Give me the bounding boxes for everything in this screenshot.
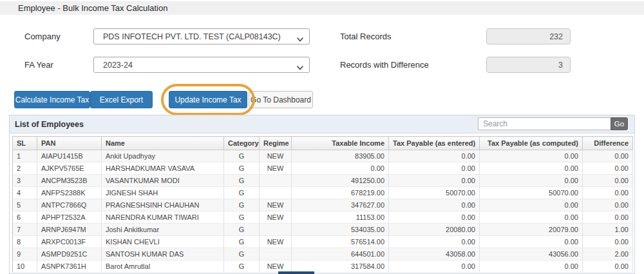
table-row: 3ANCPM3523BVASANTKUMAR MODIG491250.000.0… bbox=[13, 175, 633, 187]
table-cell: APHPT2532A bbox=[37, 211, 102, 224]
table-cell: 9 bbox=[13, 248, 37, 260]
list-of-employees-panel: List of Employees Go SLPANNameCategoryRe… bbox=[9, 115, 635, 274]
table-cell: Joshi Ankitkumar bbox=[102, 224, 224, 236]
table-cell: 0.00 bbox=[480, 199, 583, 211]
table-row: 6APHPT2532ANARENDRA KUMAR TIWARIGNEW1115… bbox=[13, 211, 633, 224]
table-cell: 0.00 bbox=[389, 211, 480, 224]
table-cell: 0.00 bbox=[583, 187, 633, 199]
go-to-dashboard-button[interactable]: Go To Dashboard bbox=[249, 91, 313, 108]
fa-year-select-value: 2023-24 bbox=[103, 61, 133, 70]
table-cell: 0.00 bbox=[480, 175, 583, 187]
table-cell bbox=[260, 175, 292, 187]
records-with-difference-field: 3 bbox=[486, 57, 571, 73]
table-cell: 491250.00 bbox=[292, 175, 389, 187]
table-cell: G bbox=[224, 199, 260, 211]
table-cell: 678219.00 bbox=[292, 187, 389, 199]
table-cell: NARENDRA KUMAR TIWARI bbox=[102, 211, 224, 224]
table-cell: 0.00 bbox=[389, 199, 480, 211]
table-cell: ASNPK7361H bbox=[37, 260, 102, 273]
table-cell: PRAGNESHSINH CHAUHAN bbox=[102, 199, 224, 211]
table-cell: NEW bbox=[260, 211, 292, 224]
table-cell: 43058.00 bbox=[389, 248, 480, 260]
table-cell: 0.00 bbox=[583, 199, 633, 211]
update-income-tax-button[interactable]: Update Income Tax bbox=[169, 91, 247, 108]
search-bar: Go bbox=[478, 117, 628, 130]
table-cell: AIAPU1415B bbox=[37, 150, 102, 162]
page-title-bar: Employee - Bulk Income Tax Calculation bbox=[0, 1, 644, 15]
table-cell: G bbox=[224, 211, 260, 224]
table-cell: VASANTKUMAR MODI bbox=[102, 175, 224, 187]
table-cell: 11153.00 bbox=[292, 211, 389, 224]
fa-year-select[interactable]: 2023-24 bbox=[93, 57, 310, 73]
column-header: Name bbox=[102, 137, 224, 150]
table-cell: 0.00 bbox=[480, 150, 583, 162]
table-cell: 1.00 bbox=[583, 224, 633, 236]
column-header: Regime bbox=[260, 137, 292, 150]
total-records-value: 232 bbox=[549, 32, 563, 41]
table-cell: 83905.00 bbox=[292, 150, 389, 162]
table-cell: 10 bbox=[13, 260, 37, 273]
table-cell: 0.00 bbox=[583, 150, 633, 162]
column-header: Tax Payable (as computed) bbox=[480, 137, 583, 150]
table-cell: 534035.00 bbox=[292, 224, 389, 236]
table-cell: ANFPS2388K bbox=[37, 187, 102, 199]
total-records-field: 232 bbox=[486, 28, 571, 44]
table-cell bbox=[260, 224, 292, 236]
records-with-difference-label: Records with Difference bbox=[340, 60, 429, 70]
table-cell: 576514.00 bbox=[292, 236, 389, 248]
table-cell: G bbox=[224, 162, 260, 175]
table-cell: 0.00 bbox=[389, 175, 480, 187]
table-cell: 0.00 bbox=[583, 260, 633, 273]
table-cell: G bbox=[224, 248, 260, 260]
table-cell: 0.00 bbox=[389, 150, 480, 162]
table-cell: 317584.00 bbox=[292, 260, 389, 273]
table-cell: 2 bbox=[13, 162, 37, 175]
table-cell: AJKPV5765E bbox=[37, 162, 102, 175]
employees-table: SLPANNameCategoryRegimeTaxable IncomeTax… bbox=[12, 136, 633, 273]
table-cell: 0.00 bbox=[583, 211, 633, 224]
table-cell: 644501.00 bbox=[292, 248, 389, 260]
table-cell: SANTOSH KUMAR DAS bbox=[102, 248, 224, 260]
table-row: 9ASMPD9251CSANTOSH KUMAR DASG644501.0043… bbox=[13, 248, 633, 260]
page: Employee - Bulk Income Tax Calculation C… bbox=[0, 0, 644, 274]
table-cell: 0.00 bbox=[389, 260, 480, 273]
table-cell: G bbox=[224, 236, 260, 248]
table-cell: NEW bbox=[260, 236, 292, 248]
table-row: 1AIAPU1415BAnkit UpadhyayGNEW83905.000.0… bbox=[13, 150, 633, 162]
column-header: Taxable Income bbox=[292, 137, 389, 150]
table-cell: NEW bbox=[260, 150, 292, 162]
table-cell: G bbox=[224, 260, 260, 273]
table-row: 7ARNPJ6947MJoshi AnkitkumarG534035.00200… bbox=[13, 224, 633, 236]
table-cell: 0.00 bbox=[583, 236, 633, 248]
search-go-button[interactable]: Go bbox=[611, 117, 628, 130]
table-cell: 0.00 bbox=[480, 236, 583, 248]
table-cell: ARNPJ6947M bbox=[37, 224, 102, 236]
table-cell: 347627.00 bbox=[292, 199, 389, 211]
table-cell: 20079.00 bbox=[480, 224, 583, 236]
records-with-difference-value: 3 bbox=[558, 61, 563, 70]
table-cell: ANTPC7866Q bbox=[37, 199, 102, 211]
table-header-row: SLPANNameCategoryRegimeTaxable IncomeTax… bbox=[13, 137, 633, 150]
excel-export-button[interactable]: Excel Export bbox=[90, 91, 153, 108]
company-select[interactable]: PDS INFOTECH PVT. LTD. TEST (CALP08143C) bbox=[93, 28, 310, 44]
table-cell: 0.00 bbox=[583, 175, 633, 187]
table-cell bbox=[260, 248, 292, 260]
column-header: SL bbox=[13, 137, 37, 150]
partial-element-bottom bbox=[278, 271, 314, 274]
table-cell: 2.00 bbox=[583, 248, 633, 260]
panel-title: List of Employees bbox=[15, 120, 84, 129]
table-cell: 4 bbox=[13, 187, 37, 199]
calculate-income-tax-button[interactable]: Calculate Income Tax bbox=[14, 91, 90, 108]
table-cell: 7 bbox=[13, 224, 37, 236]
total-records-label: Total Records bbox=[340, 32, 391, 41]
column-header: PAN bbox=[37, 137, 102, 150]
chevron-down-icon bbox=[297, 63, 303, 72]
column-header: Difference bbox=[583, 137, 633, 150]
search-input[interactable] bbox=[478, 117, 611, 130]
table-row: 2AJKPV5765EHARSHADKUMAR VASAVAGNEW0.000.… bbox=[13, 162, 633, 175]
table-cell: ASMPD9251C bbox=[37, 248, 102, 260]
table-cell: 0.00 bbox=[480, 211, 583, 224]
table-cell: 3 bbox=[13, 175, 37, 187]
table-cell: 50070.00 bbox=[480, 187, 583, 199]
table-row: 5ANTPC7866QPRAGNESHSINH CHAUHANGNEW34762… bbox=[13, 199, 633, 211]
